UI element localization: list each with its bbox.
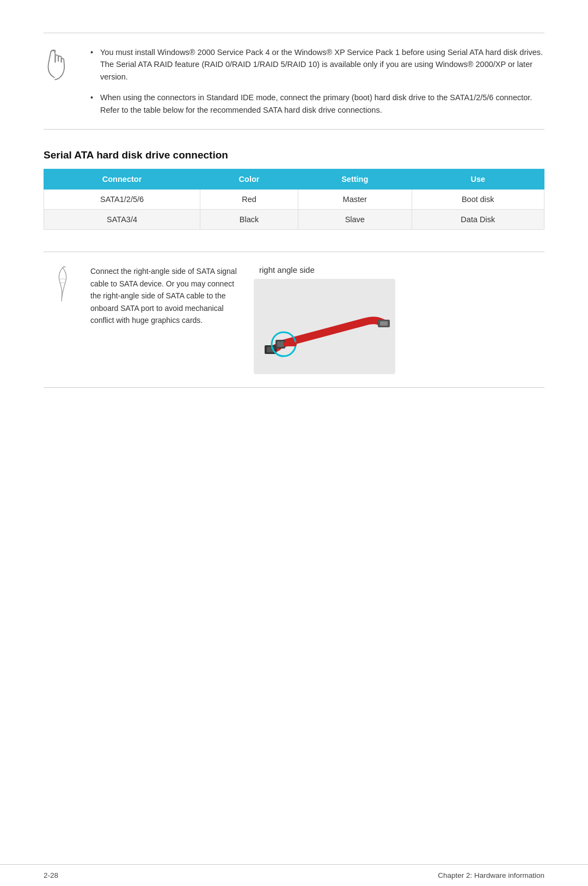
svg-rect-3 [380,321,388,326]
table-header-row: Connector Color Setting Use [44,169,544,190]
row2-setting: Slave [298,210,412,230]
row2-color: Black [200,210,298,230]
cable-description: Connect the right-angle side of SATA sig… [90,265,237,326]
cable-section: Connect the right-angle side of SATA sig… [44,252,544,388]
row1-connector: SATA1/2/5/6 [44,190,200,210]
footer-chapter: Chapter 2: Hardware information [438,871,544,879]
col-color: Color [200,169,298,190]
svg-rect-1 [254,279,395,374]
row2-use: Data Disk [412,210,544,230]
note-bullets: You must install Windows® 2000 Service P… [90,46,544,116]
row1-setting: Master [298,190,412,210]
cable-image-area: right angle side [254,265,544,374]
note-bullet-2: When using the connectors in Standard ID… [90,91,544,116]
col-use: Use [412,169,544,190]
footer-page-number: 2-28 [44,871,58,879]
svg-rect-8 [277,341,284,347]
page-footer: 2-28 Chapter 2: Hardware information [0,864,588,886]
note-bullet-1: You must install Windows® 2000 Service P… [90,46,544,83]
table-row: SATA3/4 Black Slave Data Disk [44,210,544,230]
table-row: SATA1/2/5/6 Red Master Boot disk [44,190,544,210]
row2-connector: SATA3/4 [44,210,200,230]
row1-use: Boot disk [412,190,544,210]
row1-color: Red [200,190,298,210]
cable-illustration [254,279,395,374]
col-connector: Connector [44,169,200,190]
section-heading: Serial ATA hard disk drive connection [44,149,544,161]
right-angle-label: right angle side [259,265,315,274]
sata-table: Connector Color Setting Use SATA1/2/5/6 … [44,169,544,230]
col-setting: Setting [298,169,412,190]
note-icon [44,47,82,84]
cable-icon [44,265,82,303]
note-section: You must install Windows® 2000 Service P… [44,33,544,130]
